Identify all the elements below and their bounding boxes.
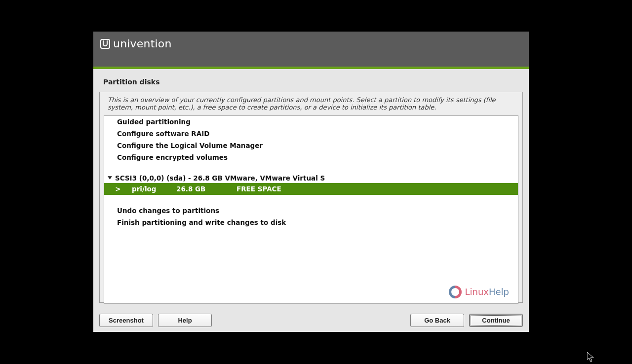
menu-configure-encrypted[interactable]: Configure encrypted volumes (104, 151, 518, 163)
partition-size: 26.8 GB (176, 184, 231, 194)
partition-type: pri/log (132, 184, 176, 194)
menu-guided-partitioning[interactable]: Guided partitioning (104, 116, 518, 128)
list-spacer (104, 195, 518, 205)
content-panel: This is an overview of your currently co… (99, 92, 523, 303)
partition-label: FREE SPACE (231, 184, 281, 194)
go-back-button[interactable]: Go Back (410, 314, 464, 327)
selection-caret-icon: > (104, 184, 132, 194)
svg-marker-0 (108, 177, 112, 180)
partition-list[interactable]: Guided partitioning Configure software R… (104, 115, 518, 304)
watermark: LinuxHelp (449, 286, 509, 298)
brand-name: univention (113, 37, 172, 50)
watermark-text: LinuxHelp (465, 287, 509, 297)
menu-configure-lvm[interactable]: Configure the Logical Volume Manager (104, 140, 518, 151)
installer-window: univention Partition disks This is an ov… (93, 32, 529, 332)
continue-button[interactable]: Continue (469, 314, 523, 327)
intro-text: This is an overview of your currently co… (100, 92, 522, 115)
screenshot-button[interactable]: Screenshot (99, 314, 153, 327)
partition-row-free-space[interactable]: > pri/log 26.8 GB FREE SPACE (104, 183, 518, 195)
univention-logo-icon (100, 39, 110, 49)
brand-logo: univention (100, 37, 522, 50)
disclosure-down-icon (106, 175, 113, 182)
device-label: SCSI3 (0,0,0) (sda) - 26.8 GB VMware, VM… (115, 174, 325, 182)
device-row-sda[interactable]: SCSI3 (0,0,0) (sda) - 26.8 GB VMware, VM… (104, 173, 518, 183)
svg-marker-1 (587, 352, 593, 362)
linuxhelp-logo-icon (449, 286, 462, 298)
header-bar: univention (93, 32, 529, 67)
watermark-text-a: Linux (465, 287, 489, 297)
mouse-cursor-icon (587, 352, 594, 362)
menu-configure-raid[interactable]: Configure software RAID (104, 128, 518, 140)
page-title: Partition disks (93, 69, 529, 92)
list-spacer (104, 163, 518, 173)
menu-undo-changes[interactable]: Undo changes to partitions (104, 205, 518, 217)
watermark-text-b: Help (489, 287, 509, 297)
help-button[interactable]: Help (158, 314, 212, 327)
button-bar: Screenshot Help Go Back Continue (99, 314, 523, 327)
menu-finish-partitioning[interactable]: Finish partitioning and write changes to… (104, 217, 518, 228)
